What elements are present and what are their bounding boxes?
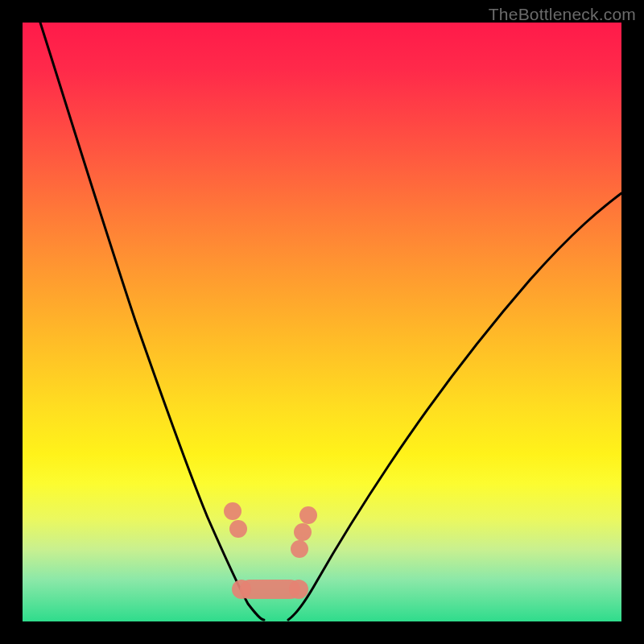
marker-dot — [299, 506, 317, 524]
chart-svg — [23, 23, 621, 621]
marker-dot — [229, 520, 247, 538]
marker-dot — [294, 523, 312, 541]
chart-area — [23, 23, 621, 621]
marker-dot — [291, 540, 308, 558]
bottom-bar-end — [289, 580, 308, 599]
watermark-text: TheBottleneck.com — [489, 5, 636, 24]
right-curve — [288, 193, 621, 620]
marker-dot — [224, 502, 242, 520]
bottom-bar-end — [232, 580, 251, 599]
